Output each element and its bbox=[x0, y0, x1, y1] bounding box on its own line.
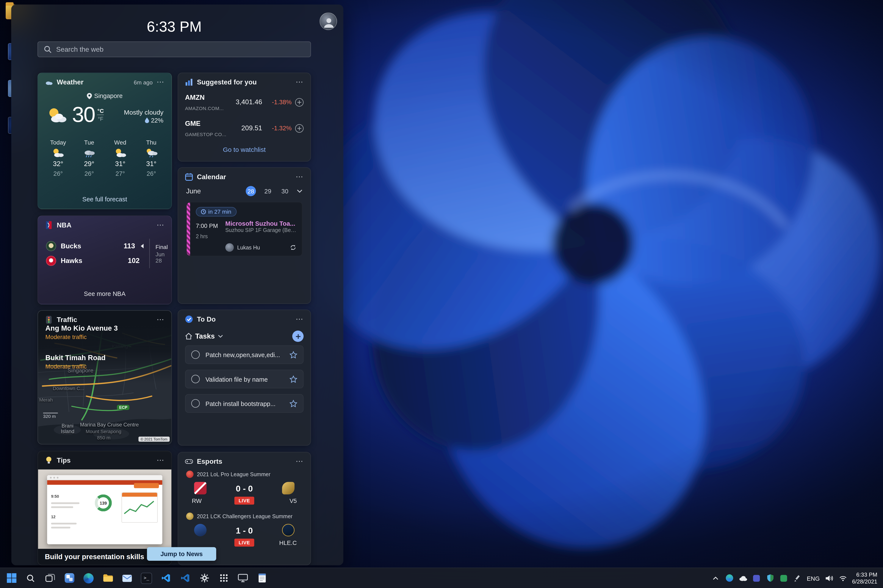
edge-button[interactable] bbox=[80, 570, 98, 586]
tray-date: 6/28/2021 bbox=[852, 578, 877, 584]
teams-icon[interactable] bbox=[752, 574, 761, 582]
forecast-low: 26° bbox=[84, 170, 94, 177]
display-settings-button[interactable] bbox=[234, 570, 252, 586]
traffic-road-item[interactable]: Ang Mo Kio Avenue 3 Moderate traffic bbox=[45, 324, 118, 340]
more-options-button[interactable]: ⋯ bbox=[296, 316, 304, 322]
calendar-day-selected[interactable]: 28 bbox=[246, 186, 256, 196]
game-controller-icon bbox=[185, 458, 193, 465]
task-list-name[interactable]: Tasks bbox=[195, 332, 215, 340]
event-reminder-text: in 27 min bbox=[208, 209, 231, 215]
calendar-event-card[interactable]: in 27 min 7:00 PM 2 hrs Microsoft Suzhou… bbox=[186, 202, 302, 256]
vscode-insiders-button[interactable] bbox=[176, 570, 194, 586]
task-checkbox[interactable] bbox=[191, 375, 200, 383]
weather-condition: Mostly cloudy bbox=[124, 108, 163, 116]
chevron-down-icon[interactable] bbox=[297, 189, 302, 193]
unit-toggle[interactable]: °C °F bbox=[97, 108, 104, 122]
forecast-day[interactable]: Thu 31° 26° bbox=[136, 136, 167, 179]
clock-icon bbox=[201, 209, 206, 214]
terminal-button[interactable] bbox=[137, 570, 155, 586]
forecast-day[interactable]: Wed 31° 27° bbox=[105, 136, 136, 179]
task-checkbox[interactable] bbox=[191, 350, 200, 359]
jump-to-news-button[interactable]: Jump to News bbox=[147, 547, 216, 561]
apps-grid-button[interactable] bbox=[215, 570, 233, 586]
more-options-button[interactable]: ⋯ bbox=[157, 458, 165, 463]
calendar-day[interactable]: 29 bbox=[263, 188, 273, 195]
widgets-button[interactable] bbox=[60, 570, 78, 586]
add-to-watchlist-button[interactable] bbox=[295, 124, 304, 132]
todo-check-icon bbox=[185, 315, 193, 323]
go-to-watchlist-link[interactable]: Go to watchlist bbox=[178, 146, 310, 153]
todo-widget[interactable]: To Do ⋯ Tasks Pat bbox=[178, 309, 311, 446]
forecast-day[interactable]: Today 32° 26° bbox=[42, 136, 74, 179]
weather-widget[interactable]: Weather 6m ago ⋯ Singapore 30 bbox=[38, 73, 172, 209]
stock-row[interactable]: AMZN AMAZON.COM... 3,401.46 -1.38% bbox=[178, 89, 310, 115]
more-options-button[interactable]: ⋯ bbox=[296, 459, 304, 464]
network-icon[interactable] bbox=[838, 574, 847, 582]
celsius-label[interactable]: °C bbox=[98, 108, 104, 114]
forecast-day-label: Today bbox=[50, 139, 66, 146]
user-avatar[interactable] bbox=[319, 12, 337, 30]
settings-button[interactable] bbox=[195, 570, 214, 586]
traffic-widget[interactable]: Traffic ⋯ Ang Mo Kio Avenue 3 Moderate t… bbox=[38, 310, 172, 444]
nba-widget[interactable]: NBA ⋯ Bucks 113 Hawks 102 bbox=[38, 215, 172, 304]
see-more-nba-link[interactable]: See more NBA bbox=[38, 290, 171, 297]
add-task-button[interactable] bbox=[292, 331, 304, 342]
add-to-watchlist-button[interactable] bbox=[295, 98, 304, 106]
onedrive-cloud-icon[interactable] bbox=[739, 574, 747, 582]
mail-icon bbox=[122, 574, 132, 582]
match-row[interactable]: 1 - 0 bbox=[178, 521, 310, 537]
start-button[interactable] bbox=[2, 570, 21, 586]
defender-shield-icon[interactable] bbox=[766, 574, 774, 582]
task-view-button[interactable] bbox=[41, 570, 59, 586]
event-location: Suzhou SIP 1F Garage (Besi... bbox=[225, 227, 296, 233]
traffic-road-item[interactable]: Bukit Timah Road Moderate traffic bbox=[45, 354, 105, 370]
pen-icon[interactable] bbox=[793, 574, 802, 582]
panel-clock: 6:33 PM bbox=[38, 18, 311, 36]
task-checkbox[interactable] bbox=[191, 399, 200, 408]
more-options-button[interactable]: ⋯ bbox=[157, 80, 165, 85]
browser-globe-icon[interactable] bbox=[725, 574, 734, 582]
chevron-down-icon[interactable] bbox=[218, 334, 223, 338]
stocks-widget[interactable]: Suggested for you ⋯ AMZN AMAZON.COM... 3… bbox=[178, 73, 311, 162]
volume-icon[interactable] bbox=[825, 574, 833, 582]
calendar-widget[interactable]: Calendar ⋯ June 28 29 30 in bbox=[178, 167, 311, 304]
more-options-button[interactable]: ⋯ bbox=[296, 80, 304, 85]
league-row[interactable]: 2021 LCK Challengers League Summer bbox=[178, 510, 310, 521]
mail-button[interactable] bbox=[118, 570, 136, 586]
star-icon[interactable] bbox=[290, 375, 298, 383]
rain-cloud-icon bbox=[82, 148, 96, 158]
see-full-forecast-link[interactable]: See full forecast bbox=[38, 196, 171, 202]
weather-temperature: 30 bbox=[72, 102, 95, 127]
map-label: 850 m bbox=[97, 435, 110, 441]
web-search-bar[interactable] bbox=[38, 41, 311, 57]
star-icon[interactable] bbox=[290, 351, 298, 358]
stock-row[interactable]: GME GAMESTOP CO... 209.51 -1.32% bbox=[178, 115, 310, 141]
taskbar-clock[interactable]: 6:33 PM 6/28/2021 bbox=[852, 571, 877, 585]
task-item[interactable]: Patch new,open,save,edi... bbox=[185, 345, 304, 364]
event-title[interactable]: Microsoft Suzhou Toa... bbox=[225, 220, 296, 227]
match-row[interactable]: 0 - 0 bbox=[178, 479, 310, 495]
forecast-day-label: Tue bbox=[84, 139, 94, 146]
task-item[interactable]: Patch install bootstrapp... bbox=[185, 394, 304, 413]
search-input[interactable] bbox=[56, 45, 305, 53]
file-explorer-button[interactable] bbox=[99, 570, 117, 586]
notepad-button[interactable] bbox=[253, 570, 271, 586]
search-button[interactable] bbox=[21, 570, 40, 586]
star-icon[interactable] bbox=[290, 399, 298, 408]
more-options-button[interactable]: ⋯ bbox=[157, 317, 165, 322]
hidden-icons-chevron[interactable] bbox=[712, 574, 720, 582]
excel-icon[interactable] bbox=[779, 574, 788, 582]
team-row[interactable]: Hawks 102 bbox=[46, 254, 144, 268]
map-label: Mount Serapong bbox=[86, 429, 121, 434]
language-indicator[interactable]: ENG bbox=[807, 574, 820, 582]
forecast-day[interactable]: Tue 29° 26° bbox=[74, 136, 105, 179]
more-options-button[interactable]: ⋯ bbox=[296, 174, 304, 180]
fahrenheit-label[interactable]: °F bbox=[98, 116, 103, 122]
sync-icon[interactable] bbox=[290, 244, 296, 251]
team-row[interactable]: Bucks 113 bbox=[46, 238, 144, 253]
league-row[interactable]: 2021 LoL Pro League Summer bbox=[178, 468, 310, 479]
calendar-day[interactable]: 30 bbox=[280, 188, 290, 195]
vscode-button[interactable] bbox=[157, 570, 175, 586]
task-item[interactable]: Validation file by name bbox=[185, 370, 304, 388]
more-options-button[interactable]: ⋯ bbox=[157, 222, 165, 228]
